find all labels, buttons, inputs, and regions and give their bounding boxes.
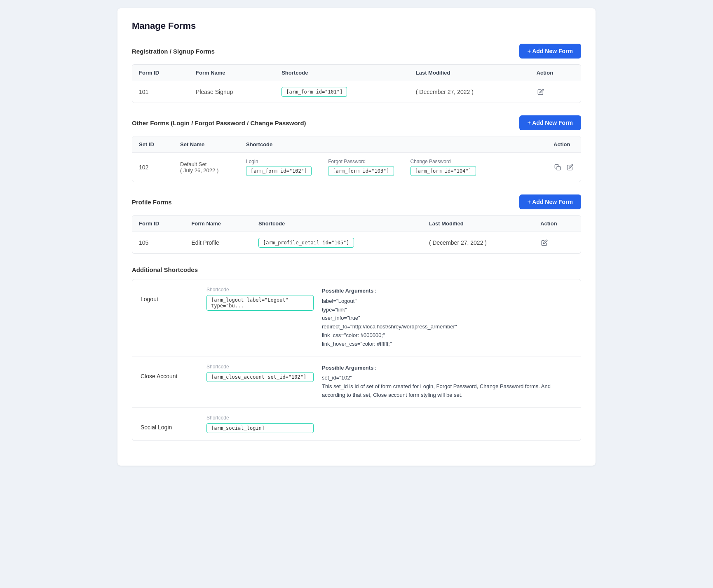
prof-shortcode-cell: [arm_profile_detail id="105"]: [252, 232, 422, 254]
close-account-shortcode-field-label: Shortcode: [206, 364, 314, 370]
prof-action-icons: [540, 239, 574, 247]
pencil-icon: [567, 164, 573, 171]
table-row: 105 Edit Profile [arm_profile_detail id=…: [132, 232, 581, 254]
other-forms-table: Set ID Set Name Shortcode Action 102 Def…: [132, 136, 581, 182]
logout-shortcode-badge[interactable]: [arm_logout label="Logout" type="bu...: [206, 295, 314, 311]
registration-section-header: Registration / Signup Forms + Add New Fo…: [132, 44, 581, 59]
prof-col-form-id: Form ID: [132, 216, 185, 232]
prof-col-action: Action: [534, 216, 581, 232]
other-copy-button[interactable]: [554, 163, 562, 171]
other-forms-section-title: Other Forms (Login / Forgot Password / C…: [132, 119, 306, 127]
logout-label: Logout: [141, 287, 198, 302]
close-account-shortcode-badge[interactable]: [arm_close_account set_id="102"]: [206, 372, 314, 382]
reg-form-id: 101: [132, 81, 189, 103]
prof-last-modified: ( December 27, 2022 ): [422, 232, 534, 254]
other-col-set-name: Set Name: [174, 136, 239, 153]
close-account-args-title: Possible Arguments :: [322, 364, 572, 372]
other-action-icons: [554, 163, 574, 171]
other-edit-button[interactable]: [566, 163, 574, 171]
pencil-icon: [537, 89, 544, 95]
reg-col-last-modified: Last Modified: [409, 65, 530, 81]
additional-table: Logout Shortcode [arm_logout label="Logo…: [132, 279, 581, 441]
reg-col-form-name: Form Name: [189, 65, 275, 81]
registration-section-title: Registration / Signup Forms: [132, 48, 215, 55]
reg-action-cell: [530, 81, 581, 103]
logout-args-title: Possible Arguments :: [322, 287, 572, 295]
other-col-action: Action: [547, 136, 581, 153]
login-shortcode-group: Login [arm_form id="102"]: [246, 159, 312, 176]
other-shortcode-cell: Login [arm_form id="102"] Forgot Passwor…: [239, 153, 547, 182]
reg-edit-button[interactable]: [537, 88, 545, 96]
set-name-text: Default Set: [180, 161, 233, 167]
login-shortcode-badge[interactable]: [arm_form id="102"]: [246, 166, 312, 176]
reg-form-name: Please Signup: [189, 81, 275, 103]
profile-table-header-row: Form ID Form Name Shortcode Last Modifie…: [132, 216, 581, 232]
social-login-shortcode-badge[interactable]: [arm_social_login]: [206, 423, 314, 433]
prof-col-form-name: Form Name: [185, 216, 252, 232]
copy-icon: [554, 164, 561, 171]
set-date-text: ( July 26, 2022 ): [180, 167, 233, 173]
other-set-name: Default Set ( July 26, 2022 ): [174, 153, 239, 182]
social-login-shortcode-field: Shortcode [arm_social_login]: [206, 415, 314, 433]
prof-form-id: 105: [132, 232, 185, 254]
prof-col-shortcode: Shortcode: [252, 216, 422, 232]
other-forms-section: Other Forms (Login / Forgot Password / C…: [132, 115, 581, 182]
prof-col-last-modified: Last Modified: [422, 216, 534, 232]
additional-shortcodes-section: Additional Shortcodes Logout Shortcode […: [132, 266, 581, 441]
change-shortcode-label: Change Password: [410, 159, 476, 164]
other-set-id: 102: [132, 153, 174, 182]
change-shortcode-group: Change Password [arm_form id="104"]: [410, 159, 476, 176]
profile-table-wrapper: Form ID Form Name Shortcode Last Modifie…: [132, 215, 581, 254]
registration-section: Registration / Signup Forms + Add New Fo…: [132, 44, 581, 103]
prof-shortcode-badge[interactable]: [arm_profile_detail id="105"]: [258, 238, 354, 248]
forgot-shortcode-label: Forgot Password: [328, 159, 394, 164]
profile-forms-section-header: Profile Forms + Add New Form: [132, 194, 581, 209]
profile-forms-section-title: Profile Forms: [132, 199, 172, 206]
reg-col-shortcode: Shortcode: [275, 65, 409, 81]
svg-rect-0: [557, 166, 561, 170]
list-item: Logout Shortcode [arm_logout label="Logo…: [132, 279, 581, 356]
social-login-shortcode-field-label: Shortcode: [206, 415, 314, 421]
logout-possible-args: Possible Arguments : label="Logout" type…: [322, 287, 572, 349]
page-container: Manage Forms Registration / Signup Forms…: [117, 8, 596, 466]
table-row: 101 Please Signup [arm_form id="101"] ( …: [132, 81, 581, 103]
add-registration-form-button[interactable]: + Add New Form: [519, 44, 581, 59]
add-other-form-button[interactable]: + Add New Form: [519, 115, 581, 130]
prof-action-cell: [534, 232, 581, 254]
other-forms-table-wrapper: Set ID Set Name Shortcode Action 102 Def…: [132, 136, 581, 182]
other-forms-header-row: Set ID Set Name Shortcode Action: [132, 136, 581, 153]
forgot-shortcode-badge[interactable]: [arm_form id="103"]: [328, 166, 394, 176]
additional-shortcodes-header: Additional Shortcodes: [132, 266, 581, 273]
logout-shortcode-field: Shortcode [arm_logout label="Logout" typ…: [206, 287, 314, 311]
registration-table-header-row: Form ID Form Name Shortcode Last Modifie…: [132, 65, 581, 81]
reg-shortcode-cell: [arm_form id="101"]: [275, 81, 409, 103]
pencil-icon: [541, 239, 548, 246]
other-col-set-id: Set ID: [132, 136, 174, 153]
reg-last-modified: ( December 27, 2022 ): [409, 81, 530, 103]
other-action-cell: [547, 153, 581, 182]
other-forms-section-header: Other Forms (Login / Forgot Password / C…: [132, 115, 581, 130]
reg-action-icons: [537, 88, 574, 96]
close-account-possible-args: Possible Arguments : set_id="102" This s…: [322, 364, 572, 400]
add-profile-form-button[interactable]: + Add New Form: [519, 194, 581, 209]
reg-col-action: Action: [530, 65, 581, 81]
registration-table: Form ID Form Name Shortcode Last Modifie…: [132, 65, 581, 103]
additional-shortcodes-title: Additional Shortcodes: [132, 266, 198, 273]
table-row: 102 Default Set ( July 26, 2022 ) Login …: [132, 153, 581, 182]
profile-table: Form ID Form Name Shortcode Last Modifie…: [132, 216, 581, 253]
social-login-label: Social Login: [141, 415, 198, 431]
reg-shortcode-badge[interactable]: [arm_form id="101"]: [281, 87, 347, 97]
prof-form-name: Edit Profile: [185, 232, 252, 254]
registration-table-wrapper: Form ID Form Name Shortcode Last Modifie…: [132, 64, 581, 103]
forgot-shortcode-group: Forgot Password [arm_form id="103"]: [328, 159, 394, 176]
reg-col-form-id: Form ID: [132, 65, 189, 81]
close-account-shortcode-field: Shortcode [arm_close_account set_id="102…: [206, 364, 314, 382]
change-shortcode-badge[interactable]: [arm_form id="104"]: [410, 166, 476, 176]
other-col-shortcode: Shortcode: [239, 136, 547, 153]
prof-edit-button[interactable]: [540, 239, 549, 247]
page-title: Manage Forms: [132, 21, 581, 31]
shortcode-group: Login [arm_form id="102"] Forgot Passwor…: [246, 159, 540, 176]
login-shortcode-label: Login: [246, 159, 312, 164]
logout-shortcode-field-label: Shortcode: [206, 287, 314, 293]
list-item: Social Login Shortcode [arm_social_login…: [132, 408, 581, 440]
